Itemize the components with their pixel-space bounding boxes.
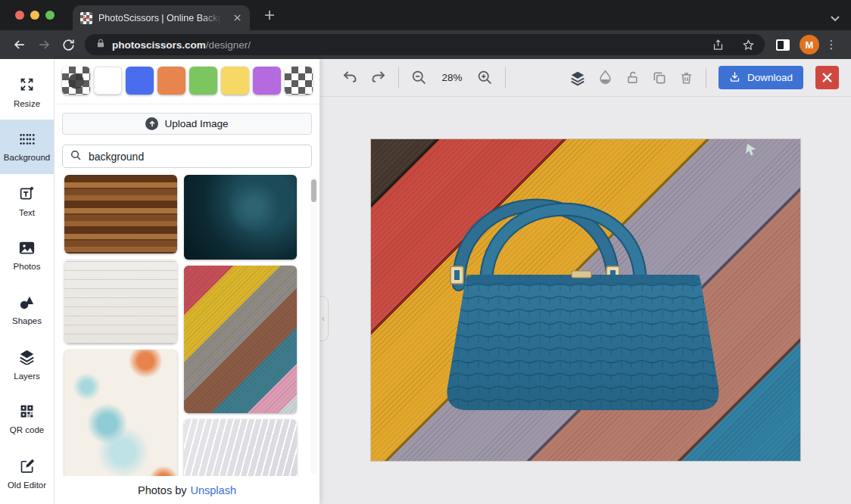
url-domain: photoscissors.com [112,39,206,51]
thumbnail-white-brick[interactable] [64,260,177,344]
browser-toolbar: photoscissors.com/designer/ M ⋮ [0,30,851,59]
qr-code-icon [20,404,34,422]
download-icon [729,71,740,85]
browser-menu-icon[interactable]: ⋮ [824,38,839,51]
green-swatch[interactable] [189,67,217,95]
photoscissors-app: Resize Background Text Photos [0,59,851,504]
editor-toolbar: 28% [320,59,851,97]
duplicate-button[interactable] [652,70,667,86]
thumbnail-wood-planks[interactable] [64,175,177,254]
side-panel-icon[interactable] [771,33,795,57]
edit-pencil-icon [20,459,35,477]
orange-swatch[interactable] [157,67,185,95]
tab-strip: ✂ PhotoScissors | Online Backgro [0,0,851,30]
dots-grid-icon [18,132,36,149]
tool-sidebar: Resize Background Text Photos [0,59,55,504]
thumbnail-colorful-wood[interactable] [184,266,297,413]
original-background-swatch[interactable] [62,67,90,95]
scrollbar-thumb[interactable] [311,179,316,202]
toolbar-separator [505,67,506,89]
zoom-in-button[interactable] [477,70,493,86]
background-panel: Upload Image [55,59,320,504]
editor-area: 28% [320,59,851,504]
zoom-out-button[interactable] [411,70,427,86]
white-swatch[interactable] [94,67,122,95]
zoom-window-button[interactable] [45,11,55,20]
tab-close-icon[interactable] [230,11,244,25]
share-icon[interactable] [706,33,730,57]
thumbnail-white-waves[interactable] [184,419,297,476]
panel-collapse-handle[interactable]: ‹ [319,296,329,341]
text-add-icon [19,185,35,204]
expand-icon [19,76,35,95]
unsplash-link[interactable]: Unsplash [191,484,236,496]
close-window-button[interactable] [15,11,24,20]
sidebar-item-qr-code[interactable]: QR code [0,392,54,446]
sidebar-item-old-editor[interactable]: Old Editor [0,446,54,501]
upload-image-button[interactable]: Upload Image [62,113,312,135]
zoom-level: 28% [439,72,465,83]
thumbnail-dark-clouds[interactable] [184,175,297,260]
upload-icon [145,117,158,130]
background-search[interactable] [62,145,312,168]
search-input[interactable] [89,151,304,163]
back-button[interactable] [8,33,32,57]
browser-actions: M ⋮ [771,33,839,57]
delete-button[interactable] [679,70,694,86]
sidebar-item-background[interactable]: Background [0,120,54,174]
layers-icon [19,349,35,368]
address-bar[interactable]: photoscissors.com/designer/ [85,34,765,55]
canvas[interactable]: ‹ [320,97,851,504]
thumbnail-paint-marble[interactable] [64,350,177,476]
sidebar-item-layers[interactable]: Layers [0,338,54,392]
undo-button[interactable] [342,70,358,86]
yellow-swatch[interactable] [221,67,249,95]
thumbnail-grid [55,175,320,476]
blue-swatch[interactable] [126,67,154,95]
reload-button[interactable] [56,33,80,57]
sidebar-item-resize[interactable]: Resize [0,65,54,120]
sidebar-item-text[interactable]: Text [0,174,54,229]
collapse-chevron-icon: ‹ [322,313,325,324]
transparent-swatch[interactable] [285,67,313,95]
layers-order-button[interactable] [569,70,586,86]
shapes-icon [19,295,35,313]
photo-icon [19,241,35,258]
search-icon [70,149,82,164]
tab-title: PhotoScissors | Online Backgro [98,13,224,23]
tab-search-chevron-icon[interactable] [830,12,840,26]
redo-button[interactable] [370,70,386,86]
toolbar-separator [706,67,706,89]
color-swatches-row [55,59,320,104]
bookmark-star-icon[interactable] [736,33,760,57]
unlock-button[interactable] [625,70,640,86]
handbag-graphic [371,139,802,462]
working-image[interactable] [370,138,801,462]
sidebar-item-photos[interactable]: Photos [0,229,54,283]
minimize-window-button[interactable] [30,11,39,20]
browser-tab[interactable]: ✂ PhotoScissors | Online Backgro [73,5,250,30]
forward-button[interactable] [32,33,56,57]
toolbar-separator [398,67,399,89]
photoscissors-favicon-icon: ✂ [80,12,92,24]
photo-credit: Photos by Unsplash [55,476,320,504]
blur-droplet-button[interactable] [598,70,613,86]
window-controls [15,11,55,20]
lock-icon[interactable] [95,38,106,52]
profile-avatar[interactable]: M [800,35,819,54]
thumbnail-scrollbar[interactable] [310,176,317,474]
close-editor-button[interactable] [815,66,839,89]
purple-swatch[interactable] [253,67,281,95]
browser-chrome: ✂ PhotoScissors | Online Backgro [0,0,851,59]
url-path: /designer/ [206,39,251,51]
sidebar-item-shapes[interactable]: Shapes [0,283,54,338]
download-button[interactable]: Download [719,66,803,89]
new-tab-button[interactable] [263,9,276,24]
